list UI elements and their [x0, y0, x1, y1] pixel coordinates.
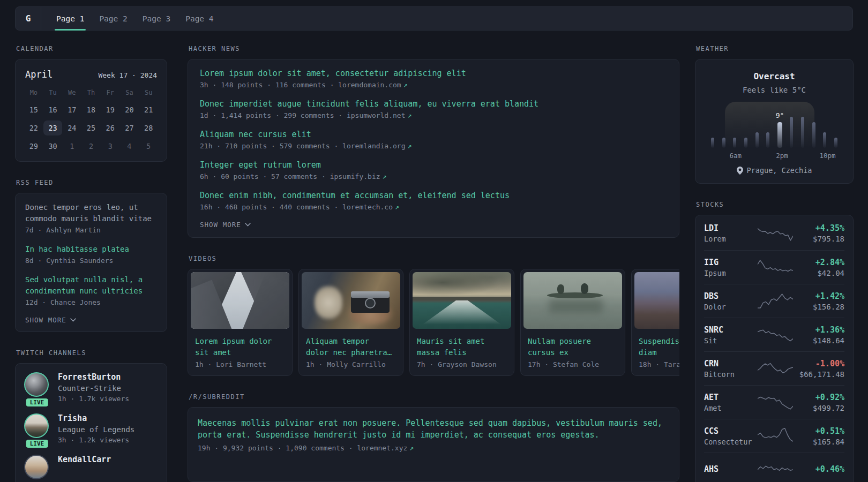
reddit-post-title[interactable]: Maecenas mollis pulvinar erat non posuer…: [198, 417, 669, 441]
video-thumbnail[interactable]: [523, 272, 622, 329]
video-thumbnail[interactable]: [634, 272, 679, 329]
avatar[interactable]: [24, 455, 49, 479]
calendar-day: 1: [62, 139, 81, 154]
tab-page-1[interactable]: Page 1: [49, 7, 92, 30]
video-card[interactable]: Aliquam tempor dolor nec pharetra… 1h · …: [298, 269, 403, 376]
calendar-weekday: Sa: [120, 87, 139, 99]
video-title[interactable]: Mauris sit amet massa felis: [410, 332, 514, 358]
video-thumbnail[interactable]: [302, 272, 400, 329]
calendar-day: 4: [120, 139, 139, 154]
stock-row[interactable]: AET Amet +0.92% $499.72: [704, 385, 844, 419]
avatar[interactable]: [24, 372, 49, 397]
twitch-channels-widget: LIVE ForrestBurton Counter-Strike 1h · 1…: [15, 363, 167, 482]
right-column: WEATHER Overcast Feels like 5°C 6am 2pm …: [695, 39, 854, 482]
twitch-channel-game: Counter-Strike: [58, 384, 129, 393]
twitch-channel-name[interactable]: Trisha: [58, 413, 134, 423]
calendar-day: 29: [24, 139, 43, 154]
hn-show-more-button[interactable]: SHOW MORE: [200, 221, 667, 229]
stock-id: SNRC Sit: [704, 325, 758, 345]
video-card[interactable]: Nullam posuere cursus ex 17h · Stefan Co…: [520, 269, 625, 376]
rss-section-label: RSS FEED: [16, 179, 166, 186]
weather-bar: [733, 138, 736, 148]
calendar-day: 3: [101, 139, 120, 154]
stock-sparkline: [758, 427, 793, 445]
twitch-channel-row[interactable]: LIVE ForrestBurton Counter-Strike 1h · 1…: [24, 372, 158, 403]
subreddit-widget: Maecenas mollis pulvinar erat non posuer…: [188, 407, 679, 482]
twitch-channel-name[interactable]: KendallCarr: [58, 455, 111, 464]
video-thumbnail[interactable]: [413, 272, 511, 329]
hn-item: Integer eget rutrum lorem 6h · 60 points…: [200, 160, 667, 180]
video-meta: 18h · Tara: [632, 358, 679, 375]
stock-values: +4.35% $795.18: [793, 223, 844, 243]
stock-id: IIG Ipsum: [704, 258, 758, 277]
tab-page-2[interactable]: Page 2: [92, 7, 134, 30]
rss-item-meta: 7d · Ashlyn Martin: [25, 226, 157, 234]
video-card[interactable]: Suspendisse diam 18h · Tara: [631, 269, 679, 376]
thumbnail-art: [547, 292, 603, 298]
hn-item-title[interactable]: Integer eget rutrum lorem: [200, 160, 667, 170]
weather-bar: [744, 138, 747, 148]
hn-item-title[interactable]: Donec imperdiet augue tincidunt felis al…: [200, 99, 667, 109]
video-title[interactable]: Lorem ipsum dolor sit amet consectetu…: [188, 332, 292, 358]
tab-page-4[interactable]: Page 4: [178, 7, 221, 30]
weather-time-label: 10pm: [819, 152, 835, 160]
stock-row[interactable]: DBS Dolor +1.42% $156.28: [704, 284, 844, 318]
hackernews-section-label: HACKER NEWS: [189, 45, 678, 52]
weather-bar: [790, 117, 793, 148]
video-card[interactable]: Lorem ipsum dolor sit amet consectetu… 1…: [188, 269, 293, 376]
stock-id: DBS Dolor: [704, 291, 758, 311]
stock-sparkline: [758, 461, 793, 479]
thumbnail-art: [413, 297, 511, 300]
calendar-weekday: Su: [139, 87, 158, 99]
rss-item-title[interactable]: Donec tempor eros leo, ut commodo mauris…: [25, 202, 157, 224]
weather-bar: [823, 132, 826, 148]
twitch-channel-row[interactable]: LIVE Trisha League of Legends 3h · 1.2k …: [24, 413, 158, 444]
subreddit-section-label: /R/SUBREDDIT: [189, 393, 678, 401]
calendar-day: 26: [101, 120, 120, 135]
show-more-label: SHOW MORE: [200, 221, 241, 229]
stock-row[interactable]: CCS Consectetur +0.51% $165.84: [704, 419, 844, 453]
weather-bar: [812, 122, 815, 148]
stock-sparkline: [758, 258, 793, 276]
calendar-day: 25: [81, 120, 101, 135]
hn-item-title[interactable]: Aliquam nec cursus elit: [200, 129, 667, 140]
stock-name: Dolor: [704, 303, 758, 311]
tab-page-3[interactable]: Page 3: [135, 7, 178, 30]
video-thumbnail[interactable]: [191, 272, 289, 329]
video-card[interactable]: Mauris sit amet massa felis 7h · Grayson…: [409, 269, 514, 376]
calendar-day: 2: [81, 139, 101, 154]
calendar-weekday: Th: [81, 87, 101, 99]
rss-item-title[interactable]: In hac habitasse platea: [25, 244, 157, 255]
twitch-channel-row[interactable]: KendallCarr: [24, 455, 158, 479]
twitch-avatar-box: [24, 455, 50, 479]
stock-row[interactable]: LDI Lorem +4.35% $795.18: [704, 216, 844, 250]
rss-show-more-button[interactable]: SHOW MORE: [25, 316, 157, 324]
twitch-channel-name[interactable]: ForrestBurton: [58, 372, 129, 382]
stock-sparkline: [758, 359, 793, 378]
hn-item-meta: 3h · 148 points · 116 comments · loremdo…: [200, 81, 667, 89]
hn-item-title[interactable]: Lorem ipsum dolor sit amet, consectetur …: [200, 68, 667, 79]
video-title[interactable]: Suspendisse diam: [632, 332, 679, 358]
app-logo[interactable]: G: [16, 7, 41, 30]
stock-row[interactable]: AHS +0.46%: [704, 453, 844, 482]
stock-row[interactable]: SNRC Sit +1.36% $148.64: [704, 318, 844, 351]
video-title[interactable]: Nullam posuere cursus ex: [521, 332, 625, 358]
stock-change: +2.84%: [793, 258, 844, 267]
external-link-icon: ↗: [383, 172, 387, 180]
stock-price: $499.72: [793, 404, 844, 412]
twitch-channel-info: Trisha League of Legends 3h · 1.2k viewe…: [58, 413, 134, 444]
stock-price: $795.18: [793, 235, 844, 243]
stock-row[interactable]: CRN Bitcorn -1.00% $66,171.48: [704, 351, 844, 385]
weather-bar-current: [777, 122, 782, 148]
twitch-channel-game: League of Legends: [58, 425, 134, 434]
stock-row[interactable]: IIG Ipsum +2.84% $42.04: [704, 250, 844, 284]
video-meta: 7h · Grayson Dawson: [410, 358, 514, 375]
live-badge: LIVE: [25, 397, 49, 408]
thumbnail-art: [549, 299, 603, 313]
stock-sparkline: [758, 292, 793, 310]
video-title[interactable]: Aliquam tempor dolor nec pharetra…: [299, 332, 403, 358]
avatar[interactable]: [24, 413, 49, 438]
hn-item-title[interactable]: Donec enim nibh, condimentum et accumsan…: [200, 190, 667, 201]
stock-values: +0.51% $165.84: [793, 426, 844, 446]
rss-item-title[interactable]: Sed volutpat nulla nisl, a condimentum n…: [25, 274, 157, 297]
